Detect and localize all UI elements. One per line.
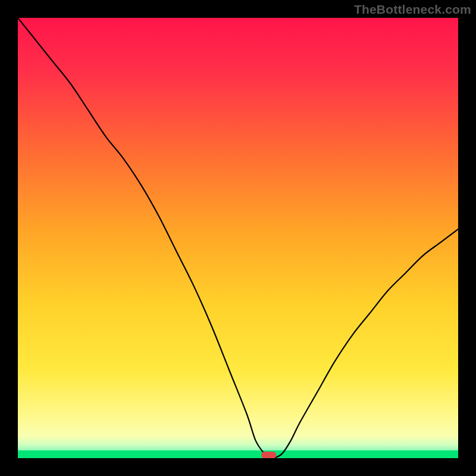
watermark-text: TheBottleneck.com bbox=[354, 2, 471, 17]
curve-layer bbox=[18, 18, 458, 458]
plot-area bbox=[18, 18, 458, 458]
optimal-point-marker bbox=[262, 452, 276, 459]
bottleneck-curve bbox=[18, 18, 458, 458]
chart-frame: TheBottleneck.com bbox=[0, 0, 476, 476]
